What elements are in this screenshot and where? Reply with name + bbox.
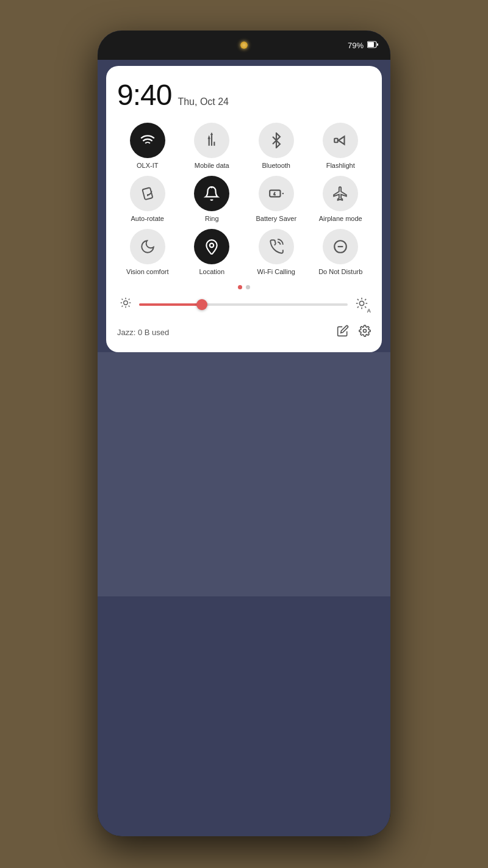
toggle-auto-rotate[interactable]: Auto-rotate [117,176,178,223]
toggle-wifi[interactable]: OLX-IT [117,123,178,170]
toggle-airplane[interactable]: Airplane mode [310,176,371,223]
toggle-wifi-calling-circle [259,229,294,264]
toggle-dnd-label: Do Not Disturb [318,268,362,276]
status-right: 79% [348,41,378,50]
toggle-flashlight-label: Flashlight [326,162,355,170]
toggle-auto-rotate-label: Auto-rotate [131,215,164,223]
toggle-ring-circle [194,176,229,211]
toggle-location-label: Location [199,268,224,276]
toggle-ring-label: Ring [205,215,219,223]
svg-line-21 [122,306,123,307]
toggle-auto-rotate-circle [130,176,165,211]
toggle-wifi-calling-label: Wi-Fi Calling [257,268,295,276]
settings-button[interactable] [359,325,371,340]
footer-icons [337,325,371,340]
svg-line-27 [365,306,366,308]
toggle-mobile-data-circle [194,123,229,158]
toggle-ring[interactable]: Ring [182,176,243,223]
toggle-vision-comfort[interactable]: Vision comfort [117,229,178,276]
svg-line-31 [365,298,366,300]
svg-line-26 [357,298,359,300]
clock-date: Thu, Oct 24 [178,96,229,107]
battery-icon [367,41,378,50]
svg-point-32 [364,329,367,332]
toggle-location-circle [194,229,229,264]
status-bar: 79% [98,31,390,60]
toggle-vision-comfort-circle [130,229,165,264]
toggle-wifi-calling[interactable]: Wi-Fi Calling [246,229,307,276]
toggle-battery-saver-circle [259,176,294,211]
clock-row: 9:40 Thu, Oct 24 [117,78,371,112]
brightness-slider[interactable] [139,303,348,306]
dot-inactive [246,285,250,289]
toggle-dnd[interactable]: Do Not Disturb [310,229,371,276]
phone-screen: 79% 9:40 Thu, Oct 24 [98,31,390,836]
svg-point-11 [210,244,214,248]
front-camera [240,42,248,49]
brightness-thumb[interactable] [196,299,207,310]
pagination-dots [117,285,371,289]
data-info: Jazz: 0 B used [117,328,169,337]
toggle-bluetooth[interactable]: Bluetooth [246,123,307,170]
toggle-mobile-data[interactable]: Mobile data [182,123,243,170]
brightness-row: A [117,297,371,313]
toggle-battery-saver[interactable]: Battery Saver [246,176,307,223]
quick-settings-panel: 9:40 Thu, Oct 24 OLX-IT [106,66,382,352]
brightness-low-icon [120,297,132,312]
svg-rect-1 [368,42,374,47]
toggle-mobile-data-label: Mobile data [195,162,229,170]
home-screen-bg [98,352,390,596]
svg-line-30 [357,306,359,308]
toggle-airplane-label: Airplane mode [319,215,362,223]
footer-row: Jazz: 0 B used [117,322,371,342]
svg-line-18 [129,306,130,307]
camera-dot [240,42,248,49]
toggle-vision-comfort-label: Vision comfort [126,268,169,276]
toggle-bluetooth-circle [259,123,294,158]
brightness-fill [139,303,202,306]
edit-button[interactable] [337,325,349,340]
toggle-wifi-circle [130,123,165,158]
svg-rect-2 [377,43,378,46]
toggle-location[interactable]: Location [182,229,243,276]
svg-line-22 [129,299,130,300]
brightness-auto-icon: A [355,297,368,313]
toggle-dnd-circle [323,229,358,264]
clock-time: 9:40 [117,78,171,112]
toggle-battery-saver-label: Battery Saver [256,215,296,223]
toggle-bluetooth-label: Bluetooth [262,162,290,170]
toggle-wifi-label: OLX-IT [137,162,158,170]
phone-device: 79% 9:40 Thu, Oct 24 [98,31,390,836]
toggle-flashlight-circle [323,123,358,158]
svg-line-17 [122,299,123,300]
svg-point-23 [359,301,364,305]
battery-percentage: 79% [348,41,364,50]
toggle-airplane-circle [323,176,358,211]
dot-active [238,285,242,289]
svg-point-14 [124,301,128,305]
toggle-grid: OLX-IT Mobile data [117,123,371,277]
svg-rect-3 [335,139,338,143]
toggle-flashlight[interactable]: Flashlight [310,123,371,170]
